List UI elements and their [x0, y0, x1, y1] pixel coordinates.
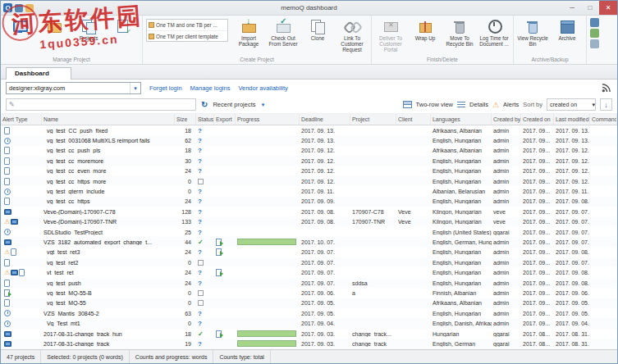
small-toolbar-icon-1[interactable] [590, 18, 599, 27]
created-by-cell: admin [492, 270, 521, 275]
forget-login-link[interactable]: Forget login [149, 84, 182, 92]
quick-access-icon-2[interactable] [25, 4, 34, 12]
last-modified-cell: 2017. 09. 07. [554, 219, 590, 225]
ribbon: Projects Manage Project One TM and one T… [1, 16, 617, 65]
column-header-progress[interactable]: Progress [236, 114, 300, 125]
created-by-cell: ggarai [492, 230, 521, 235]
table-row[interactable]: _vg_test_ret202017. 09. 07.English, Hung… [1, 257, 617, 267]
tab-dashboard[interactable]: Dashboard [6, 67, 71, 80]
column-header-name[interactable]: Name [42, 114, 175, 125]
maximize-button[interactable]: □ [581, 1, 599, 15]
table-row[interactable]: _vg_test_cc_https24?2017. 09. 09.English… [1, 197, 617, 207]
template-item-1[interactable]: One TM and one TB per ... [147, 20, 227, 30]
column-header-client[interactable]: Client [396, 114, 431, 125]
created-on-cell: 2017. 09... [521, 311, 554, 316]
column-header-created-on[interactable]: Created on▼ [521, 114, 554, 125]
column-header-status[interactable]: Status [196, 114, 214, 125]
languages-cell: Klingon, Hungarian [431, 219, 492, 225]
table-row[interactable]: SDLStudio_TestProject25?English (United … [1, 227, 617, 237]
memoq-app-icon: Q [3, 3, 12, 12]
sort-field-value: created on [547, 102, 592, 107]
created-on-cell: 2017. 09... [521, 230, 554, 235]
last-modified-cell: 2017. 09. 12. [554, 148, 590, 153]
template-item-2[interactable]: One TM per client template [147, 30, 227, 41]
table-row[interactable]: _vg_test_0031068 MultiXLS reimport fails… [1, 135, 617, 145]
recent-projects-dropdown[interactable]: Recent projects [213, 101, 255, 108]
table-row[interactable]: _vg_test_MQ-55-B02017. 09. 06.aFinnish, … [1, 288, 617, 298]
status-cell: ? [196, 157, 214, 165]
table-row[interactable]: ⚠_vgt_test_ret324?2017. 09. 07.English, … [1, 248, 617, 257]
import-package-button[interactable]: Import Package [231, 16, 266, 47]
status-cell: ✓ [196, 330, 214, 338]
alert-type-cell [1, 157, 42, 165]
open-project-button[interactable] [37, 16, 71, 35]
progress-bar [237, 340, 296, 347]
project-name-cell: _vg_test_0031068 MultiXLS reimport fails [42, 138, 175, 143]
check-out-from-server-button[interactable]: Check Out From Server [266, 16, 300, 47]
details-toggle[interactable]: Details [469, 101, 488, 108]
created-on-cell: 2017. 09... [521, 179, 554, 184]
table-row[interactable]: _vg_test_cc_https_more02017. 09. 12.Engl… [1, 176, 617, 186]
created-by-cell: admin [492, 280, 521, 286]
small-toolbar-icon-2[interactable] [590, 29, 599, 38]
alert-type-cell: ⚠ [1, 218, 42, 226]
link-to-customer-request-button[interactable]: Link To Customer Request [335, 16, 369, 53]
archive-button[interactable]: Archive [550, 16, 584, 41]
two-row-view-toggle[interactable]: Two-row view [416, 101, 453, 108]
table-row[interactable]: 2017-08-31-change_track19?2017. 09. 03.c… [1, 339, 617, 348]
log-time-for-document-button[interactable]: Log Time for Document ... [477, 16, 511, 47]
alerts-toggle[interactable]: Alerts [503, 101, 519, 108]
table-row[interactable]: _vg_test_push24?2017. 09. 07.sddsaEnglis… [1, 278, 617, 288]
column-header-size[interactable]: Size [175, 114, 196, 125]
close-button[interactable]: ✕ [599, 1, 617, 15]
column-header-deadline[interactable]: Deadline [300, 114, 350, 125]
manage-projects-button[interactable]: Projects [71, 16, 106, 41]
server-combo[interactable]: designer:xligray.com ▾ [6, 82, 141, 94]
manage-logins-link[interactable]: Manage logins [190, 84, 231, 92]
languages-cell: English, Hungarian [431, 138, 492, 143]
column-header-alert-type[interactable]: Alert Type [1, 114, 42, 125]
quick-access-icon-1[interactable] [15, 4, 23, 12]
view-recycle-bin-button[interactable]: View Recycle Bin [515, 16, 550, 47]
refresh-icon[interactable]: ↻ [201, 100, 208, 109]
warn-icon: ⚠ [4, 218, 10, 226]
small-toolbar-icon-3[interactable] [590, 39, 599, 48]
table-row[interactable]: ⚠Veve-(Domain)-170907-TNR133?2017. 09. 0… [1, 217, 617, 227]
size-cell: 24 [175, 280, 196, 286]
clone-button[interactable]: Clone [300, 16, 335, 41]
move-to-recycle-bin-button[interactable]: Move To Recycle Bin [442, 16, 477, 47]
column-header-created-by[interactable]: Created by [492, 114, 521, 125]
deliver-to-customer-portal-button[interactable]: Deliver To Customer Portal [373, 16, 408, 53]
search-input[interactable] [16, 102, 193, 107]
created-on-cell: 2017. 09... [521, 270, 554, 275]
table-row[interactable]: _vg_test_qterm_include0?2017. 09. 11.Alb… [1, 186, 617, 196]
table-row[interactable]: _vg_test_cc_moremore30?2017. 09. 12.Engl… [1, 156, 617, 166]
table-row[interactable]: _vg_test_MQ-5502017. 09. 05.Afrikaans, A… [1, 298, 617, 308]
table-row[interactable]: VZS_Mantis_30845-263?2017. 09. 05.Englis… [1, 308, 617, 318]
warn-icon: ⚠ [4, 269, 10, 277]
new-project-button[interactable] [2, 16, 37, 35]
chevron-down-icon[interactable]: ▾ [130, 83, 140, 93]
table-row[interactable]: _vg_test_CC_push_fixed18?2017. 09. 13.Af… [1, 125, 617, 135]
table-row[interactable]: _Vg_Test_mt10?2017. 09. 04.English, Dani… [1, 318, 617, 328]
progress-bar [237, 330, 296, 337]
column-header-last-modified[interactable]: Last modified [554, 114, 590, 125]
column-header-languages[interactable]: Languages [431, 114, 492, 125]
table-row[interactable]: 2017-08-31-change_track_hun18✓2017. 09. … [1, 329, 617, 339]
column-header-commands[interactable]: Commands [590, 114, 617, 125]
table-row[interactable]: _vg_test_cc_push_pls18?2017. 09. 12.Afri… [1, 146, 617, 156]
table-row[interactable]: VZS_3182_automated_export_change_t...44✓… [1, 237, 617, 247]
sort-field-select[interactable]: created on ▾ [547, 98, 596, 111]
minimize-button[interactable]: ─ [563, 1, 581, 15]
table-row[interactable]: _vg_test_cc_even_more24?2017. 09. 12.Eng… [1, 166, 617, 176]
sort-direction-button[interactable]: ↓ [600, 98, 612, 111]
wrap-up-button[interactable]: Wrap Up [408, 16, 442, 41]
group-label-manage-project: Manage Project [2, 56, 140, 64]
vendor-availability-link[interactable]: Vendor availability [238, 84, 287, 92]
table-row[interactable]: Veve-(Domain)-170907-C78128?2017. 09. 08… [1, 207, 617, 216]
project-templates-button[interactable] [106, 16, 140, 35]
column-header-project[interactable]: Project [350, 114, 396, 125]
project-name-cell: _vg_test_MQ-55 [42, 300, 175, 306]
table-row[interactable]: ⚠_vt_test_ret24?2017. 09. 07.English, Hu… [1, 267, 617, 277]
column-header-export[interactable]: Export [214, 114, 236, 125]
